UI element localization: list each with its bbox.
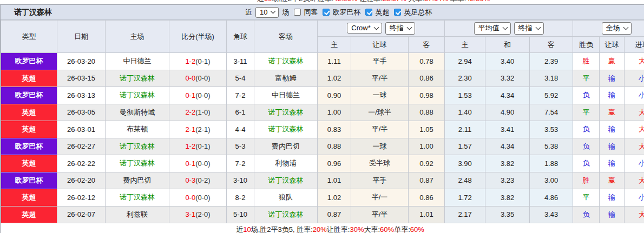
clipped-stats-segment: 42.86% — [333, 0, 357, 3]
checked-checkbox-icon[interactable] — [394, 9, 401, 16]
score-cell: 1-2(0-1) — [169, 138, 227, 155]
league-cell: 英超 — [1, 104, 57, 121]
crow-home-odds-cell: 1.00 — [318, 104, 351, 121]
date-cell: 26-03-15 — [57, 70, 106, 87]
column-header: 主场 — [106, 21, 169, 53]
home-team-link[interactable]: 诺丁汉森林 — [120, 74, 155, 82]
home-team-link[interactable]: 诺丁汉森林 — [120, 142, 155, 150]
goals-result-cell: 大 — [625, 138, 644, 155]
home-team-link[interactable]: 布莱顿 — [127, 125, 148, 133]
avg-away-odds-cell: 3.00 — [530, 172, 573, 189]
away-team-link[interactable]: 诺丁汉森林 — [268, 210, 304, 218]
league-badge[interactable]: 欧罗巴杯 — [1, 87, 57, 104]
league-badge[interactable]: 欧罗巴杯 — [1, 172, 57, 189]
home-team-link[interactable]: 利兹联 — [127, 210, 148, 218]
home-team-link[interactable]: 诺丁汉森林 — [120, 159, 155, 167]
crow-away-odds-cell: 0.86 — [409, 70, 445, 87]
unchecked-checkbox-icon[interactable] — [294, 9, 301, 16]
avg-draw-odds-cell: 3.40 — [485, 53, 530, 70]
home-team-cell: 诺丁汉森林 — [106, 138, 169, 155]
table-row: 英超26-02-22诺丁汉森林0-1(0-0)7-2利物浦0.96受半球0.92… — [1, 155, 644, 172]
avg-away-odds-cell: 2.39 — [530, 53, 573, 70]
crow-away-odds-cell: 1.00 — [409, 138, 445, 155]
league-cell: 英超 — [1, 206, 57, 223]
away-team-link[interactable]: 诺丁汉森林 — [268, 57, 304, 65]
score-cell: 2-2(1-0) — [169, 104, 227, 121]
crow-handicap-cell: 平手 — [351, 53, 409, 70]
checked-checkbox-icon[interactable] — [365, 9, 372, 16]
avg-draw-odds-cell: 4.34 — [485, 138, 530, 155]
home-team-cell: 费内巴切 — [106, 172, 169, 189]
handicap-result-cell: 输 — [600, 138, 625, 155]
away-team-link[interactable]: 富勒姆 — [275, 74, 297, 82]
league-badge[interactable]: 英超 — [1, 104, 57, 121]
fulltime-score: 3-1 — [185, 210, 195, 218]
league-badge[interactable]: 欧罗巴杯 — [1, 53, 57, 70]
table-row: 英超26-03-15诺丁汉森林0-0(0-0)5-4富勒姆1.02平/半0.86… — [1, 70, 644, 87]
crow-handicap-cell: 平/半 — [351, 121, 409, 138]
odds-source-select[interactable]: 终指 — [514, 22, 544, 35]
odds-source-select[interactable]: 平均值 — [474, 22, 511, 35]
crow-home-odds-cell: 1.11 — [318, 53, 351, 70]
odds-source-select[interactable]: Crow* — [347, 23, 382, 34]
away-team-link[interactable]: 中日德兰 — [272, 91, 300, 99]
date-cell: 26-03-13 — [57, 87, 106, 104]
away-team-link[interactable]: 利物浦 — [275, 159, 297, 167]
league-badge[interactable]: 英超 — [1, 70, 57, 87]
crow-handicap-cell: 平/半 — [351, 206, 409, 223]
home-team-link[interactable]: 诺丁汉森林 — [120, 193, 155, 201]
away-team-link[interactable]: 狼队 — [279, 193, 293, 201]
summary-stats-line: 近10场,胜2平3负5, 胜率:20% 让胜率:30% 大率:60% 单率:60… — [1, 223, 644, 233]
team-name-title: 诺丁汉森林 — [14, 8, 52, 17]
home-team-link[interactable]: 费内巴切 — [123, 176, 152, 184]
home-team-cell: 诺丁汉森林 — [106, 155, 169, 172]
avg-away-odds-cell: 3.53 — [530, 121, 573, 138]
avg-away-odds-cell: 5.92 — [530, 87, 573, 104]
odds-group-header: 全场 — [573, 21, 644, 37]
column-header: 和 — [485, 37, 530, 53]
avg-home-odds-cell: 2.30 — [445, 70, 485, 87]
away-team-link[interactable]: 费内巴切 — [272, 142, 300, 150]
clipped-stats-segment: 42.86% — [466, 0, 490, 3]
away-team-link[interactable]: 诺丁汉森林 — [268, 176, 304, 184]
date-cell: 26-02-27 — [57, 138, 106, 155]
goals-result-cell: 小 — [625, 155, 644, 172]
league-badge[interactable]: 英超 — [1, 189, 57, 206]
odds-source-select[interactable]: 终指 — [385, 22, 415, 35]
away-team-link[interactable]: 诺丁汉森林 — [268, 108, 304, 116]
home-team-link[interactable]: 中日德兰 — [123, 57, 152, 65]
away-team-cell: 诺丁汉森林 — [254, 206, 318, 223]
crow-home-odds-cell: 0.87 — [318, 206, 351, 223]
corners-cell: 7-2 — [227, 155, 254, 172]
halftime-score: (0-2) — [195, 176, 210, 184]
column-header: 主 — [318, 37, 351, 53]
home-team-link[interactable]: 诺丁汉森林 — [120, 91, 155, 99]
league-badge[interactable]: 英超 — [1, 207, 57, 223]
home-team-cell: 中日德兰 — [106, 53, 169, 70]
filter-label: 英超 — [375, 8, 389, 17]
table-row: 英超26-02-12诺丁汉森林0-0(0-0)8-2狼队1.02半/一0.861… — [1, 189, 644, 207]
away-team-link[interactable]: 诺丁汉森林 — [268, 125, 304, 133]
league-badge[interactable]: 英超 — [1, 155, 57, 172]
halftime-score: (0-0) — [195, 91, 210, 99]
date-cell: 26-03-01 — [57, 121, 106, 138]
league-badge[interactable]: 欧罗巴杯 — [1, 138, 57, 155]
column-header: 主 — [445, 37, 485, 53]
avg-home-odds-cell: 1.72 — [445, 189, 485, 207]
column-header: 让球 — [351, 37, 409, 53]
odds-source-select[interactable]: 全场 — [602, 22, 632, 35]
halftime-score: (1-0) — [195, 108, 210, 116]
avg-away-odds-cell: 7.54 — [530, 104, 573, 121]
halftime-score: (2-0) — [195, 210, 210, 218]
result-cell: 平 — [573, 70, 600, 87]
handicap-result-cell: 输 — [600, 189, 625, 207]
recent-count-select[interactable]: 10 — [255, 7, 279, 18]
date-cell: 26-02-12 — [57, 189, 106, 207]
avg-away-odds-cell: 5.38 — [530, 138, 573, 155]
checked-checkbox-icon[interactable] — [323, 9, 330, 16]
home-team-link[interactable]: 曼彻斯特城 — [120, 108, 155, 116]
avg-home-odds-cell: 2.17 — [445, 206, 485, 223]
avg-draw-odds-cell: 3.82 — [485, 189, 530, 207]
crow-handicap-cell: 受半球 — [351, 155, 409, 172]
league-badge[interactable]: 英超 — [1, 121, 57, 138]
